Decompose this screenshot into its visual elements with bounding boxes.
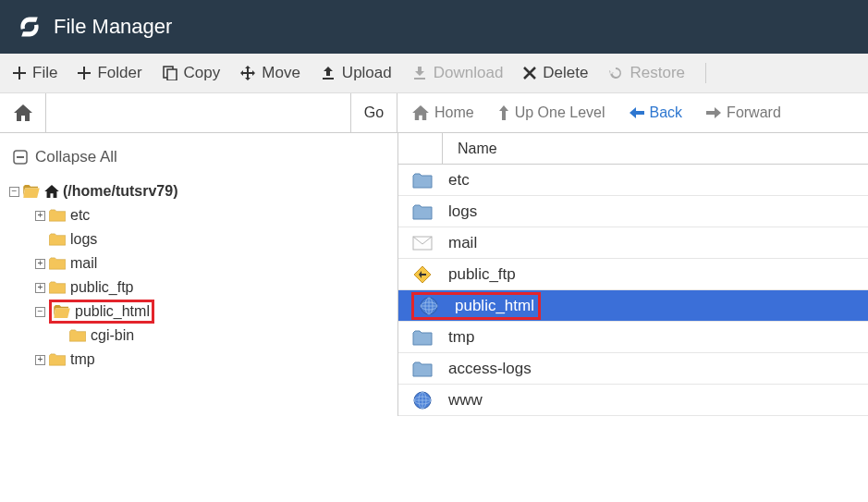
- folder-open-icon: [23, 185, 44, 198]
- file-row-public_html[interactable]: public_html: [398, 290, 868, 322]
- file-row-mail[interactable]: mail: [398, 227, 868, 259]
- svg-rect-1: [167, 69, 177, 80]
- collapse-all-button[interactable]: Collapse All: [9, 148, 388, 166]
- forward-arrow-icon: [706, 106, 721, 119]
- copy-icon: [163, 66, 177, 80]
- breadcrumb-nav: Home Up One Level Back Forward: [397, 93, 868, 132]
- mail-icon: [411, 234, 434, 252]
- highlighted-tree-item: public_html: [49, 300, 154, 324]
- download-button[interactable]: Download: [412, 64, 504, 82]
- file-list-header: Name: [398, 133, 868, 165]
- delete-icon: [523, 67, 536, 80]
- folder-tree-panel: Collapse All − (/home/tutsrv79) +etclogs…: [0, 133, 397, 416]
- plus-icon: [13, 67, 26, 80]
- cpanel-logo-icon: [17, 14, 43, 40]
- move-icon: [240, 66, 255, 80]
- app-title: File Manager: [54, 15, 172, 39]
- sort-column[interactable]: [398, 133, 443, 164]
- delete-button[interactable]: Delete: [523, 64, 588, 82]
- home-icon: [14, 104, 32, 121]
- tree-item-logs[interactable]: logs: [9, 227, 388, 251]
- expander-icon[interactable]: +: [35, 283, 45, 293]
- nav-row: Go Home Up One Level Back Forward: [0, 93, 868, 133]
- home-icon: [412, 105, 429, 120]
- file-row-logs[interactable]: logs: [398, 196, 868, 227]
- expander-icon[interactable]: −: [9, 187, 19, 197]
- expander-icon[interactable]: +: [35, 355, 45, 365]
- globe-icon: [411, 391, 434, 410]
- file-row-etc[interactable]: etc: [398, 165, 868, 196]
- folder-icon: [411, 328, 434, 347]
- expander-icon: [55, 331, 66, 341]
- restore-button[interactable]: Restore: [608, 64, 685, 82]
- move-button[interactable]: Move: [240, 64, 300, 82]
- file-row-access-logs[interactable]: access-logs: [398, 353, 868, 385]
- download-icon: [412, 66, 427, 80]
- folder-icon: [411, 360, 434, 378]
- collapse-icon: [13, 150, 28, 165]
- nav-home-button[interactable]: Home: [412, 104, 474, 121]
- main-area: Collapse All − (/home/tutsrv79) +etclogs…: [0, 133, 868, 416]
- path-input[interactable]: [46, 93, 350, 132]
- tree-item-public_ftp[interactable]: +public_ftp: [9, 275, 388, 300]
- file-button[interactable]: File: [13, 64, 57, 82]
- folder-icon: [411, 171, 434, 190]
- tree-item-public_html[interactable]: −public_html: [9, 300, 388, 324]
- nav-back-button[interactable]: Back: [630, 104, 683, 121]
- home-icon: [44, 185, 59, 198]
- file-row-public_ftp[interactable]: public_ftp: [398, 259, 868, 290]
- tree-root[interactable]: − (/home/tutsrv79): [9, 179, 388, 203]
- restore-icon: [608, 66, 623, 80]
- path-bar: Go: [0, 93, 397, 132]
- file-row-www[interactable]: www: [398, 385, 868, 416]
- upload-button[interactable]: Upload: [321, 64, 392, 82]
- nav-forward-button[interactable]: Forward: [706, 104, 781, 121]
- file-list: etclogsmailpublic_ftppublic_htmltmpacces…: [398, 165, 868, 416]
- toolbar-separator: [705, 63, 706, 83]
- back-arrow-icon: [630, 106, 644, 119]
- home-button[interactable]: [0, 93, 46, 132]
- expander-icon: [35, 235, 45, 245]
- tree-item-mail[interactable]: +mail: [9, 251, 388, 275]
- tree-item-tmp[interactable]: +tmp: [9, 348, 388, 372]
- plus-icon: [78, 67, 91, 80]
- folder-icon: [411, 202, 434, 221]
- file-list-panel: Name etclogsmailpublic_ftppublic_htmltmp…: [397, 133, 868, 416]
- expander-icon[interactable]: +: [35, 211, 45, 221]
- svg-rect-3: [17, 156, 24, 158]
- folder-button[interactable]: Folder: [78, 64, 141, 82]
- ftp-icon: [411, 265, 434, 284]
- upload-icon: [321, 66, 336, 80]
- tree-item-etc[interactable]: +etc: [9, 203, 388, 227]
- tree-item-cgi-bin[interactable]: cgi-bin: [9, 324, 388, 348]
- app-header: File Manager: [0, 0, 868, 54]
- folder-tree: − (/home/tutsrv79) +etclogs+mail+public_…: [9, 179, 388, 372]
- file-row-tmp[interactable]: tmp: [398, 322, 868, 353]
- globe-icon: [418, 297, 440, 315]
- toolbar: File Folder Copy Move Upload Download De…: [0, 54, 868, 93]
- highlighted-file-row: public_html: [411, 292, 541, 320]
- up-arrow-icon: [498, 105, 509, 120]
- expander-icon[interactable]: +: [35, 259, 45, 269]
- copy-button[interactable]: Copy: [163, 64, 221, 82]
- nav-up-button[interactable]: Up One Level: [498, 104, 605, 121]
- name-column-header[interactable]: Name: [443, 141, 497, 157]
- go-button[interactable]: Go: [350, 93, 397, 132]
- expander-icon[interactable]: −: [35, 307, 45, 317]
